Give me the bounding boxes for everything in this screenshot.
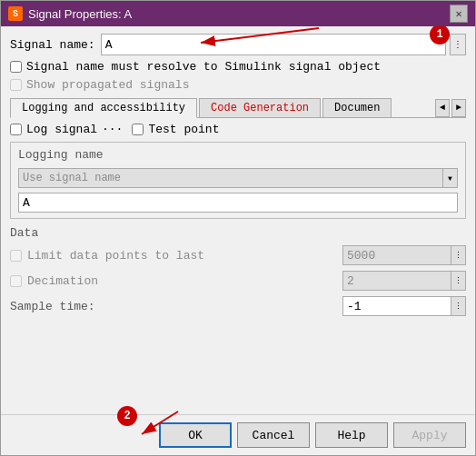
signal-name-input-wrap: ⋮ 1 [101, 34, 466, 55]
resolve-checkbox[interactable] [10, 61, 22, 73]
signal-name-row: Signal name: ⋮ 1 [10, 34, 466, 55]
decimation-label: Decimation [27, 274, 98, 288]
propagated-checkbox-row: Show propagated signals [10, 78, 466, 92]
test-point-checkbox[interactable] [132, 124, 144, 135]
log-signal-row: Log signal ··· Test point [10, 123, 466, 136]
sample-time-input-wrap: ⋮ [342, 296, 466, 316]
sample-time-menu-button[interactable]: ⋮ [451, 296, 466, 316]
tabs-row: Logging and accessibility Code Generatio… [10, 98, 466, 118]
logging-name-section: Logging name Use signal name ▼ [10, 142, 466, 219]
window-title: Signal Properties: A [28, 7, 132, 21]
ok-button[interactable]: OK [159, 422, 232, 448]
signal-name-menu-button[interactable]: ⋮ [450, 34, 466, 55]
data-section: Data Limit data points to last ⋮ Decimat… [10, 226, 466, 316]
apply-button[interactable]: Apply [393, 422, 466, 448]
logging-name-dropdown[interactable]: Use signal name [18, 168, 443, 188]
test-point-wrap: Test point [132, 123, 219, 136]
dropdown-arrow-icon[interactable]: ▼ [443, 168, 458, 188]
data-title: Data [10, 226, 466, 240]
tab-document[interactable]: Documen [322, 98, 392, 117]
tab-nav: ◄ ► [435, 99, 466, 117]
signal-name-input[interactable] [101, 34, 446, 55]
title-bar: S Signal Properties: A ✕ [1, 1, 475, 26]
sample-time-row: Sample time: ⋮ [10, 296, 466, 316]
log-signal-wrap: Log signal ··· [10, 123, 123, 136]
window-icon: S [8, 6, 23, 21]
propagated-label: Show propagated signals [26, 78, 189, 92]
limit-data-input [342, 245, 451, 265]
log-signal-checkbox[interactable] [10, 124, 22, 135]
help-button[interactable]: Help [315, 422, 388, 448]
limit-data-menu-button[interactable]: ⋮ [451, 245, 466, 265]
tab-logging[interactable]: Logging and accessibility [10, 98, 197, 118]
logging-name-dropdown-wrap: Use signal name ▼ [18, 168, 458, 188]
cancel-button[interactable]: Cancel [237, 422, 310, 448]
test-point-label: Test point [148, 123, 219, 136]
footer: 2 OK Cancel Help Apply [1, 414, 475, 455]
resolve-checkbox-row: Signal name must resolve to Simulink sig… [10, 60, 466, 74]
signal-name-label: Signal name: [10, 38, 95, 52]
propagated-checkbox [10, 79, 22, 91]
resolve-label: Signal name must resolve to Simulink sig… [26, 60, 381, 74]
tab-next-button[interactable]: ► [451, 99, 466, 117]
tab-prev-button[interactable]: ◄ [435, 99, 450, 117]
limit-data-input-wrap: ⋮ [342, 245, 466, 265]
annotation-1-container: 1 [430, 26, 450, 45]
main-content: Signal name: ⋮ 1 Signal name must resolv… [1, 26, 475, 414]
log-signal-label: Log signal [26, 123, 97, 136]
annotation-badge-2: 2 [117, 406, 137, 426]
log-signal-ellipsis: ··· [102, 123, 123, 136]
logging-name-input[interactable] [18, 193, 458, 213]
tab-codegen[interactable]: Code Generation [199, 98, 321, 117]
title-bar-left: S Signal Properties: A [8, 6, 132, 21]
logging-name-title: Logging name [18, 148, 458, 162]
annotation-badge-1: 1 [430, 26, 450, 45]
decimation-checkbox [10, 275, 22, 287]
limit-data-checkbox [10, 250, 22, 262]
decimation-row: Decimation ⋮ [10, 271, 466, 291]
decimation-input [342, 271, 451, 291]
sample-time-label: Sample time: [10, 300, 95, 313]
close-button[interactable]: ✕ [450, 5, 468, 23]
tab-content-logging: Log signal ··· Test point Logging name U… [10, 123, 466, 407]
annotation-2-container: 2 [117, 406, 137, 426]
signal-properties-window: S Signal Properties: A ✕ Signal name: ⋮ … [0, 0, 476, 456]
limit-data-label: Limit data points to last [27, 249, 204, 263]
limit-data-row: Limit data points to last ⋮ [10, 245, 466, 265]
sample-time-input[interactable] [342, 296, 451, 316]
decimation-input-wrap: ⋮ [342, 271, 466, 291]
decimation-menu-button[interactable]: ⋮ [451, 271, 466, 291]
